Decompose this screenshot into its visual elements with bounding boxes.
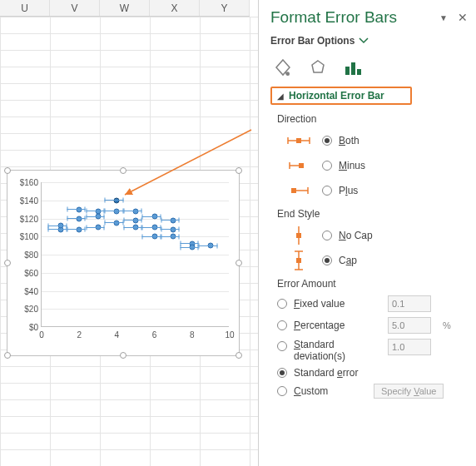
- y-tick: $60: [12, 268, 38, 277]
- pane-header: Format Error Bars ▼ ✕: [270, 5, 468, 30]
- data-point[interactable]: [95, 225, 101, 231]
- data-point[interactable]: [151, 234, 157, 240]
- fill-line-icon[interactable]: [272, 57, 294, 78]
- resize-handle[interactable]: [4, 167, 11, 174]
- direction-minus[interactable]: Minus: [282, 156, 468, 176]
- pane-sub-label: Error Bar Options: [270, 35, 355, 47]
- close-icon[interactable]: ✕: [458, 11, 468, 24]
- opt-label: Standard error: [294, 367, 358, 379]
- radio[interactable]: [277, 368, 287, 378]
- plus-icon: [282, 181, 315, 201]
- radio[interactable]: [322, 255, 332, 265]
- radio[interactable]: [322, 186, 332, 196]
- spreadsheet-grid[interactable]: UVWXY $0$20$40$60$80$100$120$140$1600246…: [0, 0, 258, 466]
- endstyle-nocap[interactable]: No Cap: [282, 226, 468, 245]
- amount-stderr[interactable]: Standard error: [277, 367, 468, 379]
- amount-stddev[interactable]: Standarddeviation(s) 1.0: [277, 339, 468, 362]
- specify-value-button[interactable]: Specify Value: [374, 384, 444, 399]
- minus-icon: [282, 156, 315, 176]
- data-point[interactable]: [133, 225, 139, 231]
- y-tick: $140: [12, 196, 38, 205]
- pane-subheader[interactable]: Error Bar Options: [270, 30, 468, 52]
- svg-rect-20: [296, 258, 301, 263]
- col-header-U[interactable]: U: [0, 0, 50, 16]
- pane-menu-icon[interactable]: ▼: [439, 13, 448, 22]
- nocap-icon: [282, 226, 315, 245]
- bar-options-icon[interactable]: [342, 57, 364, 78]
- data-point[interactable]: [151, 225, 157, 231]
- opt-label: Fixed value: [294, 298, 381, 310]
- resize-handle[interactable]: [236, 167, 242, 174]
- svg-rect-12: [291, 188, 296, 193]
- radio[interactable]: [277, 341, 287, 351]
- direction-label: Direction: [277, 113, 468, 125]
- svg-rect-2: [345, 67, 350, 75]
- x-tick: 0: [39, 330, 44, 340]
- opt-label: Both: [339, 135, 359, 146]
- data-point[interactable]: [133, 208, 139, 214]
- data-point[interactable]: [114, 208, 120, 214]
- resize-handle[interactable]: [236, 352, 242, 359]
- y-tick: $0: [12, 323, 38, 332]
- col-header-W[interactable]: W: [100, 0, 150, 16]
- data-point[interactable]: [77, 226, 82, 232]
- data-point[interactable]: [151, 214, 157, 220]
- data-point[interactable]: [133, 217, 139, 223]
- amount-fixed[interactable]: Fixed value 0.1: [277, 295, 468, 312]
- amount-percentage[interactable]: Percentage 5.0 %: [277, 317, 468, 334]
- x-tick: 6: [152, 330, 157, 340]
- opt-label: Minus: [339, 160, 365, 171]
- endstyle-cap[interactable]: Cap: [282, 250, 468, 270]
- data-point[interactable]: [171, 226, 176, 232]
- data-point[interactable]: [114, 220, 120, 226]
- resize-handle[interactable]: [120, 352, 126, 359]
- opt-label: Plus: [339, 185, 358, 196]
- data-point[interactable]: [189, 245, 195, 250]
- format-error-bars-pane: Format Error Bars ▼ ✕ Error Bar Options: [258, 0, 476, 466]
- data-point[interactable]: [171, 234, 176, 240]
- radio[interactable]: [277, 386, 287, 396]
- both-icon: [282, 131, 315, 151]
- data-point[interactable]: [95, 214, 101, 220]
- y-tick: $100: [12, 232, 38, 241]
- endstyle-label: End Style: [277, 208, 468, 220]
- amount-custom[interactable]: Custom Specify Value: [277, 384, 468, 399]
- y-tick: $160: [12, 178, 38, 187]
- col-header-X[interactable]: X: [150, 0, 200, 16]
- resize-handle[interactable]: [4, 352, 11, 359]
- stddev-input[interactable]: 1.0: [388, 339, 431, 355]
- y-tick: $80: [12, 250, 38, 260]
- collapse-triangle-icon: ◢: [277, 92, 284, 101]
- plot-area[interactable]: $0$20$40$60$80$100$120$140$1600246810: [41, 182, 229, 327]
- resize-handle[interactable]: [236, 260, 242, 266]
- radio[interactable]: [322, 136, 332, 146]
- data-point[interactable]: [77, 216, 82, 221]
- direction-both[interactable]: Both: [282, 131, 468, 151]
- col-header-Y[interactable]: Y: [200, 0, 250, 16]
- radio[interactable]: [322, 231, 332, 240]
- resize-handle[interactable]: [4, 260, 11, 266]
- direction-plus[interactable]: Plus: [282, 181, 468, 201]
- data-point[interactable]: [77, 206, 82, 212]
- data-point[interactable]: [208, 243, 214, 249]
- column-headers: UVWXY: [0, 0, 250, 17]
- resize-handle[interactable]: [120, 167, 126, 174]
- section-label: Horizontal Error Bar: [289, 90, 384, 102]
- opt-label: Cap: [339, 255, 357, 266]
- percentage-input[interactable]: 5.0: [388, 317, 431, 334]
- fixed-value-input[interactable]: 0.1: [388, 295, 431, 312]
- data-point[interactable]: [57, 223, 63, 229]
- radio[interactable]: [322, 161, 332, 171]
- effects-icon[interactable]: [307, 57, 329, 78]
- section-horizontal-error-bar[interactable]: ◢ Horizontal Error Bar: [270, 87, 412, 105]
- data-point[interactable]: [171, 217, 176, 223]
- col-header-V[interactable]: V: [50, 0, 100, 16]
- radio[interactable]: [277, 299, 287, 309]
- workspace: UVWXY $0$20$40$60$80$100$120$140$1600246…: [0, 0, 476, 466]
- opt-label: No Cap: [339, 230, 373, 241]
- data-point[interactable]: [114, 197, 120, 203]
- y-tick: $20: [12, 305, 38, 314]
- format-category-icons: [270, 52, 468, 87]
- embedded-chart[interactable]: $0$20$40$60$80$100$120$140$1600246810: [7, 170, 240, 356]
- radio[interactable]: [277, 320, 287, 330]
